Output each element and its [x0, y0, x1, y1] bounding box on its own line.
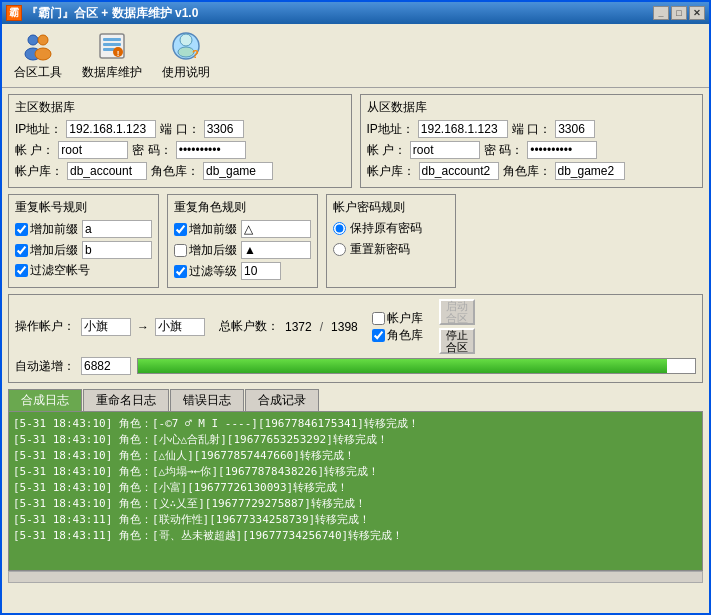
log-area[interactable]: [5-31 18:43:10] 角色：[-©7 ♂ M I ----][1967… — [8, 411, 703, 571]
slave-db-title: 从区数据库 — [367, 99, 697, 116]
role-check-label[interactable]: 角色库 — [372, 327, 429, 344]
op-current-input[interactable] — [81, 318, 131, 336]
auto-label: 自动递增： — [15, 358, 75, 375]
tab-rename-log[interactable]: 重命名日志 — [83, 389, 169, 411]
account-prefix-checkbox[interactable] — [15, 223, 28, 236]
account-prefix-check-label[interactable]: 增加前缀 — [15, 221, 78, 238]
svg-text:!: ! — [117, 49, 120, 58]
log-line-8: [5-31 18:43:11] 角色：[哥、丛未被超越][19677734256… — [13, 528, 698, 543]
role-prefix-check-label[interactable]: 增加前缀 — [174, 221, 237, 238]
role-filter-row: 过滤等级 — [174, 262, 311, 280]
role-filter-checkbox[interactable] — [174, 265, 187, 278]
rules-section: 重复帐号规则 增加前缀 增加后缀 — [8, 194, 703, 288]
minimize-button[interactable]: _ — [653, 6, 669, 20]
role-suffix-input[interactable] — [241, 241, 311, 259]
account-suffix-check-label[interactable]: 增加后缀 — [15, 242, 78, 259]
role-rule-group: 重复角色规则 增加前缀 增加后缀 — [167, 194, 318, 288]
role-prefix-row: 增加前缀 — [174, 220, 311, 238]
log-line-4: [5-31 18:43:10] 角色：[△均塌→←你][196778784382… — [13, 464, 698, 479]
master-ip-input[interactable] — [66, 120, 156, 138]
people-icon — [22, 30, 54, 62]
tab-merge-log[interactable]: 合成日志 — [8, 389, 82, 411]
slave-ip-input[interactable] — [418, 120, 508, 138]
title-bar-left: 霸 『霸门』合区 + 数据库维护 v1.0 — [6, 5, 198, 22]
master-port-label: 端 口： — [160, 121, 199, 138]
account-suffix-checkbox[interactable] — [15, 244, 28, 257]
master-db-group: 主区数据库 IP地址： 端 口： 帐 户： 密 码： 帐户库： 角色库： — [8, 94, 352, 188]
role-prefix-input[interactable] — [241, 220, 311, 238]
log-line-3: [5-31 18:43:10] 角色：[△仙人][19677857447660]… — [13, 448, 698, 463]
total-separator: / — [320, 320, 323, 334]
account-check-label[interactable]: 帐户库 — [372, 310, 423, 327]
svg-rect-5 — [103, 38, 121, 41]
reset-password-label: 重置新密码 — [350, 241, 410, 258]
slave-role-label: 角色库： — [503, 163, 551, 180]
reset-password-radio[interactable] — [333, 243, 346, 256]
log-line-6: [5-31 18:43:10] 角色：[义∴乂至][19677729275887… — [13, 496, 698, 511]
slave-user-input[interactable] — [410, 141, 480, 159]
role-suffix-check-label[interactable]: 增加后缀 — [174, 242, 237, 259]
toolbar-db-label: 数据库维护 — [82, 64, 142, 81]
account-suffix-row: 增加后缀 — [15, 241, 152, 259]
slave-ip-label: IP地址： — [367, 121, 414, 138]
toolbar-help[interactable]: ? 使用说明 — [156, 28, 216, 83]
account-suffix-input[interactable] — [82, 241, 152, 259]
master-db-account-row: 帐户库： 角色库： — [15, 162, 345, 180]
horizontal-scrollbar[interactable] — [8, 571, 703, 583]
master-db-ip-row: IP地址： 端 口： — [15, 120, 345, 138]
progress-top-row: 操作帐户： → 总帐户数： 1372 / 1398 帐户库 角色库 — [15, 299, 696, 354]
keep-password-label: 保持原有密码 — [350, 220, 422, 237]
keep-password-radio-row[interactable]: 保持原有密码 — [333, 220, 449, 237]
role-suffix-checkbox[interactable] — [174, 244, 187, 257]
master-db-user-row: 帐 户： 密 码： — [15, 141, 345, 159]
account-prefix-label: 增加前缀 — [30, 221, 78, 238]
maximize-button[interactable]: □ — [671, 6, 687, 20]
slave-db-ip-row: IP地址： 端 口： — [367, 120, 697, 138]
role-filter-check-label[interactable]: 过滤等级 — [174, 263, 237, 280]
master-account-input[interactable] — [67, 162, 147, 180]
master-role-input[interactable] — [203, 162, 273, 180]
account-filter-row: 过滤空帐号 — [15, 262, 152, 279]
slave-pass-input[interactable] — [527, 141, 597, 159]
keep-password-radio[interactable] — [333, 222, 346, 235]
svg-text:?: ? — [192, 48, 199, 60]
progress-section: 操作帐户： → 总帐户数： 1372 / 1398 帐户库 角色库 — [8, 294, 703, 383]
log-line-7: [5-31 18:43:11] 角色：[联动作性][19677334258739… — [13, 512, 698, 527]
slave-port-input[interactable] — [555, 120, 595, 138]
account-filter-check-label[interactable]: 过滤空帐号 — [15, 262, 90, 279]
arrow-label: → — [137, 320, 149, 334]
stop-merge-button[interactable]: 停止合区 — [439, 328, 475, 354]
app-icon: 霸 — [6, 5, 22, 21]
start-merge-button[interactable]: 启动合区 — [439, 299, 475, 325]
toolbar-help-label: 使用说明 — [162, 64, 210, 81]
master-port-input[interactable] — [204, 120, 244, 138]
toolbar-merge-label: 合区工具 — [14, 64, 62, 81]
master-user-input[interactable] — [58, 141, 128, 159]
role-suffix-label: 增加后缀 — [189, 242, 237, 259]
master-pass-input[interactable] — [176, 141, 246, 159]
svg-point-1 — [38, 35, 48, 45]
database-icon: ! — [96, 30, 128, 62]
account-lib-checkbox[interactable] — [372, 312, 385, 325]
toolbar-db-maintain[interactable]: ! 数据库维护 — [76, 28, 148, 83]
role-lib-checkbox[interactable] — [372, 329, 385, 342]
role-lib-label: 角色库 — [387, 327, 423, 344]
role-prefix-checkbox[interactable] — [174, 223, 187, 236]
slave-role-input[interactable] — [555, 162, 625, 180]
title-bar: 霸 『霸门』合区 + 数据库维护 v1.0 _ □ ✕ — [2, 2, 709, 24]
auto-increment-input[interactable] — [81, 357, 131, 375]
account-prefix-input[interactable] — [82, 220, 152, 238]
slave-account-input[interactable] — [419, 162, 499, 180]
reset-password-radio-row[interactable]: 重置新密码 — [333, 241, 449, 258]
account-filter-checkbox[interactable] — [15, 264, 28, 277]
log-line-1: [5-31 18:43:10] 角色：[-©7 ♂ M I ----][1967… — [13, 416, 698, 431]
tab-merge-record[interactable]: 合成记录 — [245, 389, 319, 411]
tab-error-log[interactable]: 错误日志 — [170, 389, 244, 411]
role-filter-input[interactable] — [241, 262, 281, 280]
op-next-input[interactable] — [155, 318, 205, 336]
close-button[interactable]: ✕ — [689, 6, 705, 20]
action-buttons: 启动合区 停止合区 — [439, 299, 475, 354]
master-account-label: 帐户库： — [15, 163, 63, 180]
toolbar-merge-tool[interactable]: 合区工具 — [8, 28, 68, 83]
password-rule-title: 帐户密码规则 — [333, 199, 449, 216]
